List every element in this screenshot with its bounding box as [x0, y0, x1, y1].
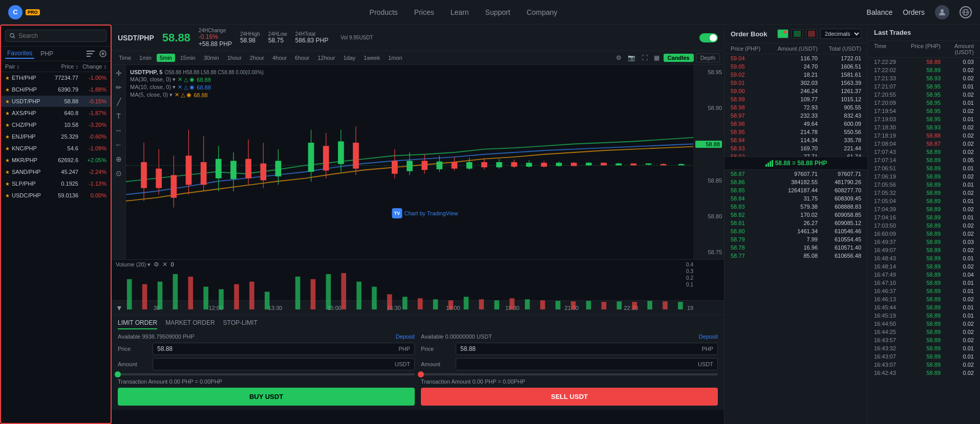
ob-buy-row[interactable]: 58.85 1264187.44 608277.70 [725, 186, 867, 194]
sell-button[interactable]: SELL USDT [421, 388, 718, 406]
sidebar-pair-row[interactable]: ★ SLP/PHP 0.1925 -1.13% [1, 178, 111, 190]
time-btn-time[interactable]: Time [116, 54, 134, 62]
sell-slider-thumb[interactable] [418, 371, 424, 377]
text-icon[interactable]: T [116, 112, 121, 120]
ob-buy-row[interactable]: 58.79 7.99 610554.45 [725, 235, 867, 243]
tab-php[interactable]: PHP [38, 49, 55, 58]
buy-amount-input[interactable] [157, 361, 395, 368]
time-btn-5min[interactable]: 5min [157, 54, 175, 62]
tab-favorites[interactable]: Favorites [5, 49, 34, 59]
ob-buy-row[interactable]: 58.77 85.08 610656.48 [725, 252, 867, 260]
sidebar-pair-row[interactable]: ★ AXS/PHP 640.8 -1.87% [1, 107, 111, 119]
vol-settings-icon[interactable]: ⚙ [154, 261, 159, 268]
ob-buy-row[interactable]: 58.87 97607.71 97607.71 [725, 170, 867, 178]
ob-sell-row[interactable]: 58.99 109.77 1015.12 [725, 95, 867, 103]
sidebar-pair-row[interactable]: ★ CHZ/PHP 10.58 -3.20% [1, 119, 111, 131]
nav-prices[interactable]: Prices [414, 6, 434, 18]
ob-buy-btn[interactable] [792, 29, 803, 38]
time-btn-30min[interactable]: 30min [201, 54, 222, 62]
time-btn-15min[interactable]: 15min [177, 54, 199, 62]
time-btn-12hour[interactable]: 12hour [314, 54, 338, 62]
ob-buy-row[interactable]: 58.86 384182.55 481790.26 [725, 178, 867, 186]
time-btn-2hour[interactable]: 2hour [247, 54, 267, 62]
toggle-switch[interactable] [699, 33, 718, 42]
sell-price-input-wrap[interactable]: PHP [456, 343, 718, 355]
sidebar-pair-row[interactable]: ★ KNC/PHP 54.6 -1.09% [1, 143, 111, 154]
buy-slider-track[interactable] [118, 373, 415, 375]
candles-btn[interactable]: Candles [664, 54, 694, 62]
sell-deposit-link[interactable]: Deposit [699, 333, 718, 340]
sell-slider-track[interactable] [421, 373, 718, 375]
search-wrap[interactable] [5, 30, 106, 42]
sidebar-pair-row[interactable]: ★ BCH/PHP 6390.79 -1.88% [1, 84, 111, 96]
time-btn-1hour[interactable]: 1hour [224, 54, 245, 62]
ob-buy-row[interactable]: 58.78 16.96 610571.40 [725, 243, 867, 252]
nav-company[interactable]: Company [527, 6, 558, 18]
tab-market-order[interactable]: MARKET ORDER [165, 319, 215, 329]
buy-price-input[interactable] [157, 345, 398, 352]
ob-buy-row[interactable]: 58.76 31.69 610688.17 [725, 260, 867, 262]
layout-icon[interactable]: ▦ [652, 53, 662, 62]
buy-button[interactable]: BUY USDT [118, 388, 415, 406]
orders-btn[interactable]: Orders [903, 8, 925, 16]
indicator-icon[interactable]: ⚙ [614, 53, 624, 62]
ob-sell-row[interactable]: 58.93 169.70 221.44 [725, 144, 867, 152]
time-btn-1mon[interactable]: 1mon [385, 54, 406, 62]
ob-buy-row[interactable]: 58.82 170.02 609058.85 [725, 211, 867, 219]
vol-label-text[interactable]: Volume (20) ▾ [116, 261, 151, 268]
time-btn-1day[interactable]: 1day [340, 54, 359, 62]
vol-close-icon[interactable]: ✕ [162, 261, 167, 268]
measure-icon[interactable]: ↔ [115, 126, 122, 135]
ob-sell-row[interactable]: 59.01 302.03 1563.39 [725, 79, 867, 87]
search-input[interactable] [18, 32, 102, 39]
fullscreen-icon[interactable]: ⛶ [640, 53, 650, 62]
ob-sell-row[interactable]: 59.02 18.21 1581.61 [725, 71, 867, 79]
ob-buy-row[interactable]: 58.81 26.27 609085.12 [725, 219, 867, 227]
balance-btn[interactable]: Balance [867, 8, 893, 16]
zoom-icon[interactable]: ⊕ [116, 155, 122, 163]
sell-price-input[interactable] [460, 345, 701, 352]
ob-sell-btn[interactable] [806, 29, 817, 38]
ob-sell-row[interactable]: 58.95 214.78 550.56 [725, 128, 867, 136]
ob-buy-row[interactable]: 58.80 1461.34 610546.46 [725, 227, 867, 235]
tab-stop-limit[interactable]: STOP-LIMIT [223, 319, 258, 329]
sidebar-pair-row[interactable]: ★ SAND/PHP 45.247 -2.24% [1, 166, 111, 178]
ob-buy-row[interactable]: 58.83 579.38 608888.83 [725, 203, 867, 211]
nav-support[interactable]: Support [485, 6, 510, 18]
language-icon[interactable] [960, 6, 972, 18]
sidebar-pair-row[interactable]: ★ ETH/PHP 77234.77 -1.00% [1, 72, 111, 84]
ob-sell-row[interactable]: 58.94 114.34 335.78 [725, 136, 867, 144]
buy-price-input-wrap[interactable]: PHP [153, 343, 415, 355]
line-icon[interactable]: ╱ [117, 98, 121, 106]
nav-learn[interactable]: Learn [451, 6, 469, 18]
ob-sell-row[interactable]: 58.96 49.64 600.09 [725, 120, 867, 128]
time-btn-1week[interactable]: 1week [360, 54, 383, 62]
ob-sell-row[interactable]: 58.97 232.33 832.43 [725, 111, 867, 120]
crosshair-icon[interactable]: ✛ [116, 69, 122, 77]
buy-deposit-link[interactable]: Deposit [396, 333, 415, 340]
nav-products[interactable]: Products [370, 6, 398, 18]
buy-amount-input-wrap[interactable]: USDT [153, 358, 415, 370]
pencil-icon[interactable]: ✏ [116, 83, 122, 92]
ob-sell-row[interactable]: 59.05 24.70 1606.51 [725, 62, 867, 71]
ob-sell-row[interactable]: 58.92 27.71 61.74 [725, 152, 867, 157]
ob-buy-row[interactable]: 58.84 31.75 608309.45 [725, 194, 867, 203]
screenshot-icon[interactable]: 📷 [626, 53, 637, 62]
sidebar-pair-row[interactable]: ★ USDT/PHP 58.88 -0.15% [1, 96, 111, 107]
buy-slider-thumb[interactable] [115, 371, 121, 377]
time-btn-6hour[interactable]: 6hour [292, 54, 312, 62]
sidebar-pair-row[interactable]: ★ ENJ/PHP 25.329 -0.60% [1, 131, 111, 143]
user-avatar[interactable] [935, 5, 949, 19]
ob-decimals-select[interactable]: 2decimals 1decimal [820, 29, 861, 39]
arrow-icon[interactable]: ← [115, 141, 122, 149]
settings-icon[interactable]: ⊙ [116, 169, 122, 177]
ob-sell-row[interactable]: 59.00 246.24 1261.37 [725, 87, 867, 95]
time-btn-1min[interactable]: 1min [136, 54, 155, 62]
ob-sell-row[interactable]: 58.98 72.93 905.55 [725, 103, 867, 111]
sell-amount-input-wrap[interactable]: USDT [456, 358, 718, 370]
ob-both-btn[interactable] [777, 29, 789, 38]
sidebar-pair-row[interactable]: ★ USDC/PHP 59.0136 0.00% [1, 190, 111, 202]
sell-amount-input[interactable] [460, 361, 698, 368]
time-btn-4hour[interactable]: 4hour [269, 54, 290, 62]
sidebar-pair-row[interactable]: ★ MKR/PHP 62692.6 +2.05% [1, 154, 111, 166]
